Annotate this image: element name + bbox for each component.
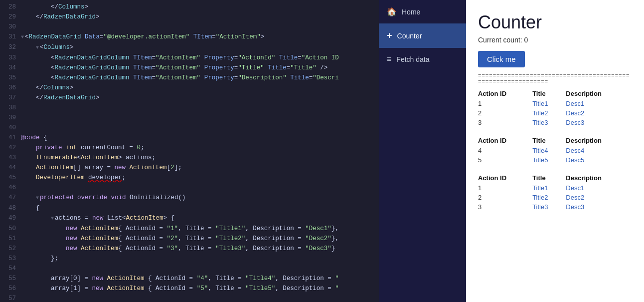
data-table-2: Action ID Title Description 4Title4Desc4… [478, 135, 632, 165]
col-header-description-2: Description [566, 135, 632, 146]
line-content: ▼<RadzenDataGrid Data="@developer.action… [21, 32, 379, 42]
sidebar-item-fetchdata[interactable]: ≡ Fetch data [379, 48, 466, 71]
line-content: new ActionItem{ ActionId = "3", Title = … [21, 244, 379, 254]
line-content: ActionItem[] array = new ActionItem[2]; [21, 163, 379, 173]
table-cell: 1 [478, 183, 532, 193]
line-content: <RadzenDataGridColumn TItem="ActionItem"… [21, 73, 379, 83]
line-number: 39 [2, 113, 21, 123]
line-number: 30 [2, 22, 21, 32]
table-cell: Desc4 [566, 146, 632, 155]
line-content: @code { [21, 133, 379, 143]
code-line: 35 <RadzenDataGridColumn TItem="ActionIt… [0, 73, 379, 83]
line-number: 38 [2, 103, 21, 113]
sidebar-item-fetchdata-label: Fetch data [396, 55, 429, 63]
code-line: 53 }; [0, 254, 379, 264]
table-cell: Title2 [532, 193, 566, 202]
line-number: 53 [2, 254, 21, 264]
code-line: 28 </Columns> [0, 2, 379, 12]
line-content: </Columns> [21, 2, 379, 12]
line-number: 32 [2, 42, 21, 52]
code-line: 33 <RadzenDataGridColumn TItem="ActionIt… [0, 53, 379, 63]
home-icon: 🏠 [387, 7, 397, 16]
code-line: 55 array[0] = new ActionItem { ActionId … [0, 274, 379, 284]
line-number: 55 [2, 274, 21, 284]
line-content: array[0] = new ActionItem { ActionId = "… [21, 274, 379, 284]
line-number: 44 [2, 163, 21, 173]
code-line: 39 [0, 113, 379, 123]
sidebar-item-counter[interactable]: + Counter [379, 23, 466, 48]
line-number: 29 [2, 12, 21, 22]
line-content: private int currentCount = 0; [21, 143, 379, 153]
line-number: 50 [2, 224, 21, 234]
line-content: <RadzenDataGridColumn TItem="ActionItem"… [21, 53, 379, 63]
line-number: 33 [2, 53, 21, 63]
table-cell: 5 [478, 155, 532, 165]
line-content: </RadzenDataGrid> [21, 93, 379, 103]
table-row: 3Title3Desc3 [478, 202, 632, 212]
sidebar-item-home[interactable]: 🏠 Home [379, 0, 466, 23]
code-line: 57 [0, 294, 379, 302]
table-cell: 2 [478, 108, 532, 118]
line-number: 52 [2, 244, 21, 254]
line-content: new ActionItem{ ActionId = "2", Title = … [21, 234, 379, 244]
col-header-description-3: Description [566, 173, 632, 183]
table-row: 1Title1Desc1 [478, 183, 632, 193]
code-line: 56 array[1] = new ActionItem { ActionId … [0, 284, 379, 294]
line-content: }; [21, 254, 379, 264]
code-line: 54 [0, 264, 379, 274]
code-line: 32 ▼<Columns> [0, 42, 379, 53]
code-line: 46 [0, 183, 379, 193]
table-cell: Desc1 [566, 183, 632, 193]
data-table-1: Action ID Title Description 1Title1Desc1… [478, 88, 632, 127]
line-number: 49 [2, 213, 21, 223]
line-number: 36 [2, 83, 21, 93]
code-panel: 28 </Columns>29 </RadzenDataGrid>3031▼<R… [0, 0, 379, 302]
table-cell: 4 [478, 146, 532, 155]
sidebar-item-home-label: Home [402, 8, 420, 16]
click-me-button[interactable]: Click me [478, 51, 525, 67]
line-number: 46 [2, 183, 21, 193]
code-line: 52 new ActionItem{ ActionId = "3", Title… [0, 244, 379, 254]
line-number: 51 [2, 234, 21, 244]
table-cell: Title3 [532, 118, 566, 127]
line-number: 57 [2, 294, 21, 302]
current-count: Current count: 0 [478, 36, 632, 44]
table-cell: Title1 [532, 183, 566, 193]
code-line: 47 ▼protected override void OnInitialize… [0, 193, 379, 203]
table-cell: Title5 [532, 155, 566, 165]
table-cell: 3 [478, 118, 532, 127]
code-line: 34 <RadzenDataGridColumn TItem="ActionIt… [0, 63, 379, 73]
line-content: ▼protected override void OnInitialized() [21, 193, 379, 203]
col-header-description-1: Description [566, 88, 632, 99]
code-line: 43 IEnumerable<ActionItem> actions; [0, 153, 379, 163]
line-number: 42 [2, 143, 21, 153]
table-cell: 1 [478, 99, 532, 108]
code-line: 36 </Columns> [0, 83, 379, 93]
table-cell: 2 [478, 193, 532, 202]
line-content: { [21, 203, 379, 213]
line-content: ▼<Columns> [21, 42, 379, 53]
table-row: 1Title1Desc1 [478, 99, 632, 108]
sidebar: 🏠 Home + Counter ≡ Fetch data [379, 0, 466, 302]
table-cell: 3 [478, 202, 532, 212]
table-cell: Desc3 [566, 202, 632, 212]
line-number: 37 [2, 93, 21, 103]
col-header-title-1: Title [532, 88, 566, 99]
table-row: 5Title5Desc5 [478, 155, 632, 165]
table-cell: Title1 [532, 99, 566, 108]
line-content: </RadzenDataGrid> [21, 12, 379, 22]
code-line: 49 ▼actions = new List<ActionItem> { [0, 213, 379, 224]
line-number: 34 [2, 63, 21, 73]
line-number: 54 [2, 264, 21, 274]
code-line: 37 </RadzenDataGrid> [0, 93, 379, 103]
col-header-title-2: Title [532, 135, 566, 146]
line-number: 47 [2, 193, 21, 203]
line-number: 31 [2, 32, 21, 42]
col-header-actionid-3: Action ID [478, 173, 532, 183]
data-table-3: Action ID Title Description 1Title1Desc1… [478, 173, 632, 212]
code-line: 30 [0, 22, 379, 32]
table-cell: Title2 [532, 108, 566, 118]
line-content: <RadzenDataGridColumn TItem="ActionItem"… [21, 63, 379, 73]
code-line: 40 [0, 123, 379, 133]
table-icon: ≡ [387, 55, 391, 64]
